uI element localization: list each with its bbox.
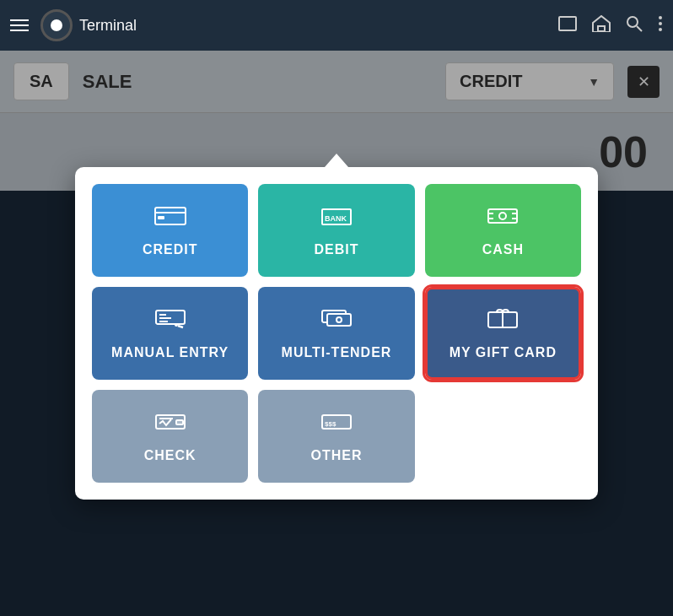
- credit-button[interactable]: CREDIT: [92, 184, 248, 277]
- check-label: CHECK: [144, 448, 197, 463]
- svg-rect-9: [158, 216, 164, 219]
- debit-label: DEBIT: [314, 242, 358, 257]
- svg-point-22: [175, 323, 178, 327]
- svg-rect-24: [327, 314, 351, 326]
- modal-chevron: [325, 154, 348, 167]
- home-icon[interactable]: [592, 15, 611, 36]
- cash-label: CASH: [482, 242, 524, 257]
- svg-line-3: [637, 26, 642, 31]
- app-title: Terminal: [79, 17, 558, 35]
- check-button[interactable]: CHECK: [92, 390, 248, 483]
- search-icon[interactable]: [626, 15, 643, 36]
- manual-entry-label: MANUAL ENTRY: [111, 345, 229, 360]
- menu-icon[interactable]: [10, 19, 29, 31]
- svg-text:BANK: BANK: [325, 214, 347, 223]
- more-icon[interactable]: [658, 15, 663, 36]
- manual-entry-button[interactable]: MANUAL ENTRY: [92, 287, 248, 380]
- modal-overlay: CREDIT BANK DEBIT: [0, 51, 673, 616]
- manual-icon: [154, 307, 186, 337]
- svg-rect-1: [598, 26, 605, 31]
- check-icon: [154, 410, 186, 440]
- my-gift-card-label: MY GIFT CARD: [450, 345, 557, 360]
- payment-grid: CREDIT BANK DEBIT: [92, 184, 581, 483]
- payment-modal: CREDIT BANK DEBIT: [75, 167, 598, 500]
- debit-button[interactable]: BANK DEBIT: [258, 184, 414, 277]
- svg-point-2: [627, 17, 638, 27]
- svg-rect-30: [176, 420, 183, 424]
- multi-icon: [320, 307, 353, 337]
- cash-button[interactable]: CASH: [425, 184, 581, 277]
- bank-icon: BANK: [320, 204, 353, 234]
- my-gift-card-button[interactable]: MY GIFT CARD: [425, 287, 581, 380]
- svg-point-4: [659, 16, 662, 19]
- terminal-logo: [40, 9, 73, 41]
- svg-rect-12: [488, 209, 517, 223]
- nav-bar: Terminal: [0, 0, 673, 51]
- svg-point-13: [499, 213, 506, 219]
- other-label: OTHER: [310, 448, 362, 463]
- cash-icon: [487, 204, 519, 234]
- svg-point-5: [659, 22, 662, 25]
- multi-tender-label: MULTI-TENDER: [282, 345, 392, 360]
- nav-icons: [558, 15, 663, 36]
- credit-label: CREDIT: [143, 242, 198, 257]
- svg-text:$$$: $$$: [325, 420, 336, 428]
- window-icon[interactable]: [558, 16, 577, 35]
- other-button[interactable]: $$$ OTHER: [258, 390, 414, 483]
- other-icon: $$$: [320, 410, 353, 440]
- svg-rect-0: [559, 17, 576, 30]
- svg-point-6: [659, 28, 662, 31]
- credit-card-icon: [154, 204, 186, 234]
- gift-card-icon: [487, 307, 519, 337]
- main-area: SA SALE CREDIT ▼ ✕ 00: [0, 51, 673, 616]
- multi-tender-button[interactable]: MULTI-TENDER: [258, 287, 414, 380]
